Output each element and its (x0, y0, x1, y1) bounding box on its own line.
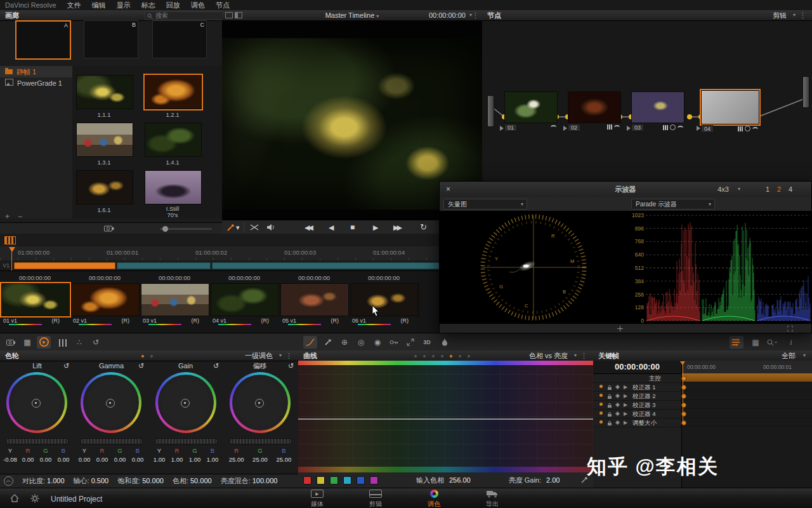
track-enable-dot[interactable] (599, 385, 603, 388)
lock-icon[interactable] (607, 420, 612, 426)
node-02[interactable]: 02 (568, 91, 620, 122)
timeline-thumbnail-selected[interactable] (1, 283, 70, 316)
menu-item-color[interactable]: 调色 (191, 1, 205, 9)
keyframe-row[interactable] (682, 400, 812, 409)
scopes-window[interactable]: × 示波器 4x3 ▾ 1 2 4 矢量图▾ Parade 示波器▾ R (439, 181, 812, 333)
still-item[interactable]: I.Still70's (145, 170, 200, 218)
still-item[interactable]: 1.3.1 (76, 123, 132, 166)
unmix-icon[interactable] (250, 224, 259, 231)
keyframes-palette-icon[interactable] (730, 336, 743, 349)
scopes-header[interactable]: × 示波器 4x3 ▾ 1 2 4 (440, 182, 811, 197)
album-powergrade-1[interactable]: PowerGrade 1 (0, 77, 72, 89)
still-thumbnail[interactable] (76, 123, 133, 157)
play-button[interactable]: ▶ (373, 220, 378, 234)
contrast-setting[interactable]: 对比度:1.000 (22, 476, 65, 486)
gear-icon[interactable] (30, 494, 39, 503)
go-to-end-button[interactable]: ▶▶ (393, 220, 400, 234)
keyframe-diamond-icon[interactable] (615, 394, 620, 398)
key-icon[interactable] (387, 336, 401, 349)
timeline-thumbnail[interactable] (141, 283, 209, 316)
clips-view-icon[interactable] (4, 236, 16, 244)
tracker-icon[interactable]: ◎ (354, 336, 368, 349)
input-hue-value[interactable]: 256.00 (449, 476, 471, 484)
compare-frame-b[interactable]: B (84, 20, 138, 58)
source-input-bar[interactable] (487, 95, 494, 127)
node-01[interactable]: 01 (504, 91, 556, 122)
right-scope-selector[interactable]: Parade 示波器▾ (631, 199, 715, 210)
add-still-button[interactable]: + (5, 212, 10, 221)
power-window-icon[interactable]: ⊕ (337, 336, 351, 349)
menu-item-file[interactable]: 文件 (67, 1, 81, 9)
still-thumbnail[interactable] (145, 123, 202, 157)
left-scope-selector[interactable]: 矢量图▾ (443, 199, 527, 210)
motion-effects-icon[interactable]: ↺ (89, 336, 103, 349)
chevron-down-icon[interactable]: ▾ (236, 220, 240, 234)
gamma-master-slider[interactable] (81, 438, 143, 444)
rgb-mixer-icon[interactable]: ∴ (72, 336, 86, 349)
home-icon[interactable] (10, 494, 19, 502)
keyframes-filter[interactable]: 全部 (782, 351, 796, 361)
timeline-thumbnail[interactable] (71, 283, 140, 316)
swatch-cyan[interactable] (343, 476, 351, 485)
stereo-3d-icon[interactable]: 3D (420, 336, 434, 349)
aspect-selector[interactable]: 4x3 (717, 182, 729, 197)
lum-mix-setting[interactable]: 亮度混合:100.000 (221, 476, 278, 486)
sizing-icon[interactable] (403, 336, 417, 349)
playhead[interactable] (9, 247, 15, 252)
info-icon[interactable]: i (784, 336, 798, 349)
pivot-setting[interactable]: 轴心:0.500 (74, 476, 109, 486)
node-thumbnail[interactable] (568, 91, 621, 123)
tab-deliver[interactable]: 导出 (467, 490, 518, 508)
saturation-setting[interactable]: 饱和度:50.000 (117, 476, 164, 486)
node-mode-selector[interactable]: 剪辑 (773, 10, 787, 20)
blur-icon[interactable]: ◉ (370, 336, 384, 349)
lock-icon[interactable] (607, 411, 612, 417)
audio-mute-icon[interactable] (266, 224, 275, 231)
offset-reset-icon[interactable]: ↺ (288, 361, 294, 371)
menu-item-nodes[interactable]: 节点 (216, 1, 230, 9)
track-sizing[interactable]: ▶调整大小 (593, 418, 681, 427)
still-item[interactable]: 1.6.1 (76, 170, 132, 213)
node-thumbnail[interactable] (504, 91, 558, 123)
timeline-clip-segment[interactable] (212, 262, 440, 269)
qualifier-icon[interactable] (321, 336, 335, 349)
still-thumbnail[interactable] (145, 75, 202, 109)
expand-panel-icon[interactable]: ︿ (4, 476, 13, 486)
chevron-down-icon[interactable]: ▾ (738, 182, 740, 197)
timeline-thumbnail[interactable] (350, 283, 419, 316)
lift-master-slider[interactable] (6, 438, 69, 444)
timeline-clip-segment-selected[interactable] (14, 262, 115, 269)
go-to-start-button[interactable]: ◀◀ (304, 220, 311, 234)
track-corrector-4[interactable]: ▶校正器 4 (593, 410, 681, 418)
swatch-yellow[interactable] (317, 476, 325, 485)
grab-still-camera-icon[interactable] (104, 225, 114, 232)
node-output-bar[interactable] (802, 76, 809, 108)
lum-gain-value[interactable]: 2.00 (546, 476, 560, 484)
swatch-red[interactable] (303, 476, 311, 485)
swatch-blue[interactable] (357, 476, 365, 485)
curves-mode-selector[interactable]: 色相 vs 亮度 (529, 351, 568, 361)
keyframe-diamond-icon[interactable] (615, 403, 620, 407)
lift-reset-icon[interactable]: ↺ (63, 361, 69, 371)
timeline-clip-segment[interactable] (117, 262, 211, 269)
lock-icon[interactable] (607, 394, 612, 399)
thumbnail-size-slider[interactable] (160, 228, 212, 230)
node-thumbnail[interactable] (701, 90, 759, 124)
graticule-toggle-icon[interactable] (617, 326, 623, 331)
viewer-options-icon[interactable]: ⋮ (472, 10, 480, 20)
grid-view-icon[interactable]: ▦ (749, 336, 763, 349)
curve-editor[interactable] (298, 361, 593, 473)
menu-item-playback[interactable]: 回放 (166, 1, 180, 9)
curves-icon[interactable] (303, 336, 317, 349)
gain-master-slider[interactable] (155, 438, 218, 444)
curves-pager[interactable] (411, 351, 473, 361)
zoom-tool-icon[interactable] (765, 336, 779, 349)
slider-knob[interactable] (162, 226, 168, 232)
still-thumbnail[interactable] (76, 170, 133, 204)
track-enable-dot[interactable] (599, 411, 603, 415)
remove-still-button[interactable]: − (18, 212, 22, 221)
expand-arrow-icon[interactable]: ▶ (624, 401, 627, 409)
gain-wheel-marker[interactable] (181, 399, 190, 408)
stop-button[interactable]: ■ (350, 220, 355, 234)
curve-line[interactable] (298, 418, 593, 420)
